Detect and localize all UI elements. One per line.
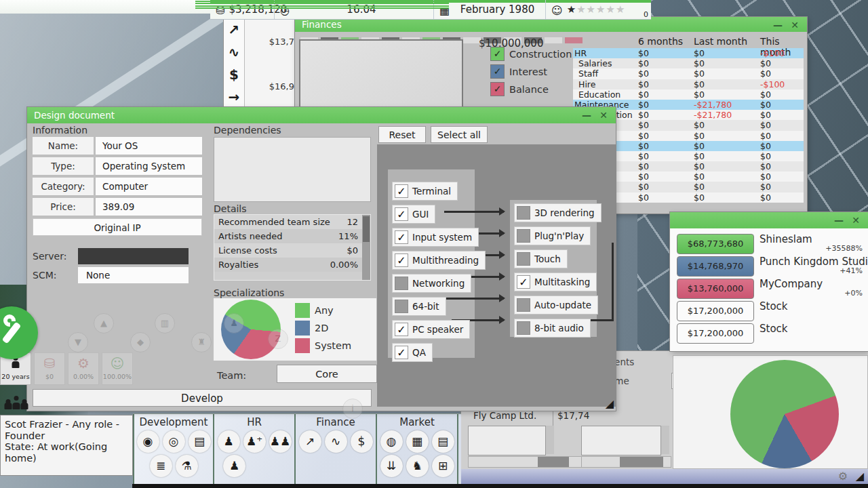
stocks-tool-icon[interactable]: $ xyxy=(224,64,244,86)
happiness-tile[interactable]: ☺ 100.00% xyxy=(102,352,133,385)
close-icon[interactable]: ✕ xyxy=(791,17,799,33)
checkbox-icon[interactable] xyxy=(517,252,530,266)
buy-stock-button[interactable]: $17,200,000 xyxy=(677,301,754,321)
ghost-button[interactable]: ◆ xyxy=(130,332,151,352)
legend-row[interactable]: ✓ Interest xyxy=(490,64,572,79)
shares-hscroll-thumb[interactable] xyxy=(538,457,569,467)
original-ip-button[interactable]: Original IP xyxy=(33,218,202,236)
buy-stock-button[interactable]: $68,773,680 xyxy=(677,234,754,254)
ghost-button[interactable]: ♜ xyxy=(191,332,212,352)
patents-list-box[interactable] xyxy=(581,426,661,455)
share-row-worth[interactable]: $17,74 xyxy=(557,410,589,421)
taskbar-icon[interactable]: ▤ xyxy=(432,430,454,453)
buy-stock-button[interactable]: $14,768,970 xyxy=(677,256,754,277)
stocks-tool-icon[interactable]: ∿ xyxy=(224,41,244,64)
taskbar-icon[interactable]: ◍ xyxy=(380,430,403,453)
feature-checkbox-item[interactable]: Networking xyxy=(392,274,471,293)
taskbar-icon[interactable]: ⚗ xyxy=(176,455,198,477)
legend-row[interactable]: ✓ Balance xyxy=(490,82,572,96)
checkbox-icon[interactable] xyxy=(517,206,530,220)
stocks-tool-icon[interactable]: → xyxy=(224,86,244,108)
dependencies-box[interactable] xyxy=(214,137,371,202)
col-this-month[interactable]: This month xyxy=(760,36,802,48)
checkbox-icon[interactable]: ✓ xyxy=(395,346,408,359)
legend-row[interactable]: ✓ Construction xyxy=(490,47,572,61)
feature-checkbox-item[interactable]: ✓ Multitasking xyxy=(514,272,597,291)
taskbar-icon[interactable]: ∿ xyxy=(325,430,347,453)
taskbar-icon[interactable]: ♟ xyxy=(223,455,245,477)
reset-button[interactable]: Reset xyxy=(378,126,426,143)
finances-table-row[interactable]: Education $0 $0 $0 xyxy=(573,89,804,100)
taskbar-icon[interactable]: ⊞ xyxy=(432,455,454,477)
shares-list-box[interactable] xyxy=(468,426,546,455)
stocks-toolbar-strip[interactable]: ↗∿$→ xyxy=(224,19,245,110)
feature-checkbox-item[interactable]: ✓ Input system xyxy=(392,228,479,247)
checkbox-icon[interactable]: ✓ xyxy=(395,323,408,336)
finances-table-row[interactable]: HR $0 $0 -$100 xyxy=(573,48,804,58)
ghost-button[interactable]: ▲ xyxy=(94,313,114,333)
legend-checkbox[interactable]: ✓ xyxy=(490,47,505,61)
stocks-tool-icon[interactable]: ↗ xyxy=(224,19,244,41)
taskbar-icon[interactable]: ♟ xyxy=(218,430,240,453)
finances-table-row[interactable]: Hire $0 $0 -$100 xyxy=(573,79,804,89)
taskbar-icon[interactable]: $ xyxy=(351,430,373,453)
taskbar-icon[interactable]: ≣ xyxy=(150,455,172,477)
scm-value[interactable]: None xyxy=(78,267,189,283)
patents-hscroll-thumb[interactable] xyxy=(620,457,663,467)
design-titlebar[interactable]: Design document — ✕ xyxy=(27,107,616,123)
taskbar-icon[interactable]: ⇊ xyxy=(380,455,403,477)
checkbox-icon[interactable] xyxy=(395,300,408,313)
select-all-button[interactable]: Select all xyxy=(431,126,488,143)
taskbar-icon[interactable]: ♟♟ xyxy=(269,430,292,453)
ghost-info-button[interactable]: i xyxy=(342,399,363,419)
ghost-button[interactable]: ▥ xyxy=(155,313,175,333)
type-value[interactable]: Operating System xyxy=(96,157,202,175)
share-row-company[interactable]: Fly Camp Ltd. xyxy=(473,410,536,421)
feature-checkbox-item[interactable]: Plug'n'Play xyxy=(514,226,591,245)
checkbox-icon[interactable]: ✓ xyxy=(395,207,408,221)
minimize-icon[interactable]: — xyxy=(834,212,844,228)
feature-checkbox-item[interactable]: ✓ PC speaker xyxy=(392,320,470,339)
server-field[interactable] xyxy=(78,248,189,264)
col-6-months[interactable]: 6 months xyxy=(638,36,694,48)
feature-checkbox-item[interactable]: Auto-update xyxy=(514,296,598,314)
feature-checkbox-item[interactable]: ✓ Terminal xyxy=(392,182,458,201)
patents-hscroll-track[interactable] xyxy=(581,456,671,468)
category-value[interactable]: Computer xyxy=(96,178,202,195)
finances-table-row[interactable]: Staff $0 $0 $0 xyxy=(573,68,804,79)
minimize-icon[interactable]: — xyxy=(582,107,591,123)
checkbox-icon[interactable] xyxy=(517,298,530,312)
taskbar-icon[interactable]: ◎ xyxy=(163,430,185,453)
salary-tile[interactable]: ⛁ $0 xyxy=(34,352,65,385)
details-scrollbar-thumb[interactable] xyxy=(363,216,370,242)
taskbar-icon[interactable]: ▦ xyxy=(406,430,429,453)
feature-checkbox-item[interactable]: 8-bit audio xyxy=(514,319,591,338)
checkbox-icon[interactable]: ✓ xyxy=(395,230,408,244)
finances-table-row[interactable]: Salaries $0 $0 $0 xyxy=(573,58,804,68)
taskbar-icon[interactable]: ♟⁺ xyxy=(243,430,266,453)
resize-handle-icon[interactable]: ◢ xyxy=(606,399,614,409)
taskbar-icon[interactable]: ♞ xyxy=(406,455,429,477)
checkbox-icon[interactable]: ✓ xyxy=(517,275,530,289)
feature-checkbox-item[interactable]: 64-bit xyxy=(392,297,446,316)
collapsed-menu-strip[interactable] xyxy=(0,0,225,14)
name-value[interactable]: Your OS xyxy=(96,137,202,155)
team-group-icon[interactable] xyxy=(4,396,28,412)
details-scrollbar-track[interactable] xyxy=(362,215,370,280)
col-last-month[interactable]: Last month xyxy=(694,36,760,48)
checkbox-icon[interactable]: ✓ xyxy=(395,253,408,267)
feature-checkbox-item[interactable]: ✓ GUI xyxy=(392,205,435,224)
ghost-button[interactable]: Z xyxy=(268,329,288,349)
checkbox-icon[interactable]: ✓ xyxy=(395,184,408,198)
close-icon[interactable]: ✕ xyxy=(599,107,608,123)
feature-checkbox-item[interactable]: ✓ QA xyxy=(392,343,433,362)
shares-hscroll-track[interactable] xyxy=(468,456,593,468)
settings-gear-icon[interactable]: ⚙ xyxy=(838,471,848,482)
taskbar-icon[interactable]: ◉ xyxy=(137,430,159,453)
feature-checkbox-item[interactable]: Touch xyxy=(514,249,568,268)
buy-stock-button[interactable]: $17,200,000 xyxy=(677,323,754,344)
develop-button[interactable]: Develop xyxy=(33,389,372,407)
price-value[interactable]: 389.09 xyxy=(96,198,202,216)
resize-handle-icon[interactable]: ◢ xyxy=(856,471,864,482)
legend-checkbox[interactable]: ✓ xyxy=(490,64,505,79)
